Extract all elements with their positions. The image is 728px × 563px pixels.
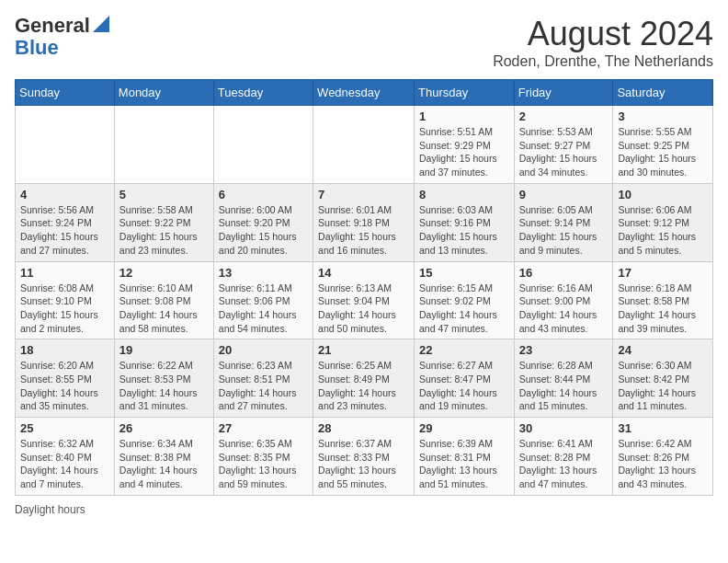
day-info: Sunrise: 6:08 AM Sunset: 9:10 PM Dayligh…	[20, 282, 109, 336]
day-number: 29	[419, 421, 509, 435]
day-info: Sunrise: 5:58 AM Sunset: 9:22 PM Dayligh…	[119, 203, 209, 258]
day-number: 5	[119, 188, 209, 201]
day-info: Sunrise: 6:42 AM Sunset: 8:26 PM Dayligh…	[618, 437, 708, 491]
day-number: 3	[618, 109, 708, 123]
day-info: Sunrise: 6:06 AM Sunset: 9:12 PM Dayligh…	[618, 203, 708, 258]
calendar-cell: 25Sunrise: 6:32 AM Sunset: 8:40 PM Dayli…	[16, 418, 115, 496]
day-number: 25	[20, 421, 109, 435]
day-number: 22	[419, 343, 509, 357]
day-info: Sunrise: 6:13 AM Sunset: 9:04 PM Dayligh…	[318, 282, 409, 336]
day-number: 14	[318, 266, 409, 280]
calendar-cell: 19Sunrise: 6:22 AM Sunset: 8:53 PM Dayli…	[114, 339, 213, 418]
day-info: Sunrise: 5:56 AM Sunset: 9:24 PM Dayligh…	[20, 203, 109, 258]
day-number: 7	[318, 188, 409, 201]
calendar-cell: 18Sunrise: 6:20 AM Sunset: 8:55 PM Dayli…	[16, 339, 115, 418]
day-number: 4	[20, 188, 109, 201]
col-friday: Friday	[514, 80, 613, 106]
calendar-cell: 24Sunrise: 6:30 AM Sunset: 8:42 PM Dayli…	[613, 339, 713, 418]
day-number: 6	[219, 188, 308, 201]
day-number: 13	[219, 266, 308, 280]
calendar-cell: 10Sunrise: 6:06 AM Sunset: 9:12 PM Dayli…	[613, 183, 713, 261]
day-info: Sunrise: 6:16 AM Sunset: 9:00 PM Dayligh…	[519, 282, 609, 336]
calendar-cell: 20Sunrise: 6:23 AM Sunset: 8:51 PM Dayli…	[213, 339, 313, 418]
day-number: 24	[618, 343, 708, 357]
day-number: 9	[519, 188, 609, 201]
col-wednesday: Wednesday	[313, 80, 415, 106]
day-number: 26	[119, 421, 209, 435]
calendar-cell: 26Sunrise: 6:34 AM Sunset: 8:38 PM Dayli…	[114, 418, 213, 496]
calendar-cell	[213, 106, 313, 184]
calendar-cell: 15Sunrise: 6:15 AM Sunset: 9:02 PM Dayli…	[415, 261, 515, 339]
day-number: 23	[519, 343, 609, 357]
calendar-cell: 16Sunrise: 6:16 AM Sunset: 9:00 PM Dayli…	[514, 261, 613, 339]
calendar-cell: 6Sunrise: 6:00 AM Sunset: 9:20 PM Daylig…	[213, 183, 313, 261]
page-header: General Blue August 2024 Roden, Drenthe,…	[15, 15, 713, 70]
daylight-label: Daylight hours	[15, 503, 85, 516]
day-number: 17	[618, 266, 708, 280]
day-number: 27	[219, 421, 308, 435]
logo-triangle-icon	[93, 16, 109, 32]
calendar-week-row: 18Sunrise: 6:20 AM Sunset: 8:55 PM Dayli…	[16, 339, 713, 418]
logo-text-general: General	[15, 15, 90, 37]
day-number: 12	[119, 266, 209, 280]
calendar-cell: 31Sunrise: 6:42 AM Sunset: 8:26 PM Dayli…	[613, 418, 713, 496]
day-number: 20	[219, 343, 308, 357]
day-info: Sunrise: 6:22 AM Sunset: 8:53 PM Dayligh…	[119, 359, 209, 413]
svg-marker-0	[93, 16, 109, 32]
calendar-cell: 23Sunrise: 6:28 AM Sunset: 8:44 PM Dayli…	[514, 339, 613, 418]
calendar-table: Sunday Monday Tuesday Wednesday Thursday…	[15, 79, 713, 496]
day-number: 15	[419, 266, 509, 280]
calendar-cell: 30Sunrise: 6:41 AM Sunset: 8:28 PM Dayli…	[514, 418, 613, 496]
calendar-cell: 21Sunrise: 6:25 AM Sunset: 8:49 PM Dayli…	[313, 339, 415, 418]
calendar-cell: 5Sunrise: 5:58 AM Sunset: 9:22 PM Daylig…	[114, 183, 213, 261]
day-info: Sunrise: 5:55 AM Sunset: 9:25 PM Dayligh…	[618, 125, 708, 179]
day-info: Sunrise: 6:30 AM Sunset: 8:42 PM Dayligh…	[618, 359, 708, 413]
logo: General Blue	[15, 15, 109, 59]
day-number: 18	[20, 343, 109, 357]
day-info: Sunrise: 6:01 AM Sunset: 9:18 PM Dayligh…	[318, 203, 409, 258]
calendar-cell: 17Sunrise: 6:18 AM Sunset: 8:58 PM Dayli…	[613, 261, 713, 339]
day-info: Sunrise: 6:18 AM Sunset: 8:58 PM Dayligh…	[618, 282, 708, 336]
calendar-cell: 9Sunrise: 6:05 AM Sunset: 9:14 PM Daylig…	[514, 183, 613, 261]
calendar-cell	[114, 106, 213, 184]
calendar-week-row: 1Sunrise: 5:51 AM Sunset: 9:29 PM Daylig…	[16, 106, 713, 184]
day-info: Sunrise: 6:00 AM Sunset: 9:20 PM Dayligh…	[219, 203, 308, 258]
day-info: Sunrise: 5:51 AM Sunset: 9:29 PM Dayligh…	[419, 125, 509, 179]
calendar-cell: 28Sunrise: 6:37 AM Sunset: 8:33 PM Dayli…	[313, 418, 415, 496]
calendar-cell: 29Sunrise: 6:39 AM Sunset: 8:31 PM Dayli…	[415, 418, 515, 496]
day-number: 31	[618, 421, 708, 435]
day-number: 11	[20, 266, 109, 280]
day-info: Sunrise: 6:28 AM Sunset: 8:44 PM Dayligh…	[519, 359, 609, 413]
calendar-cell: 8Sunrise: 6:03 AM Sunset: 9:16 PM Daylig…	[415, 183, 515, 261]
calendar-cell: 27Sunrise: 6:35 AM Sunset: 8:35 PM Dayli…	[213, 418, 313, 496]
calendar-body: 1Sunrise: 5:51 AM Sunset: 9:29 PM Daylig…	[16, 106, 713, 496]
calendar-cell: 4Sunrise: 5:56 AM Sunset: 9:24 PM Daylig…	[16, 183, 115, 261]
day-info: Sunrise: 6:23 AM Sunset: 8:51 PM Dayligh…	[219, 359, 308, 413]
title-area: August 2024 Roden, Drenthe, The Netherla…	[493, 15, 713, 70]
day-info: Sunrise: 6:39 AM Sunset: 8:31 PM Dayligh…	[419, 437, 509, 491]
calendar-week-row: 11Sunrise: 6:08 AM Sunset: 9:10 PM Dayli…	[16, 261, 713, 339]
location-subtitle: Roden, Drenthe, The Netherlands	[493, 53, 713, 70]
day-number: 8	[419, 188, 509, 201]
calendar-cell	[313, 106, 415, 184]
day-number: 30	[519, 421, 609, 435]
day-info: Sunrise: 6:32 AM Sunset: 8:40 PM Dayligh…	[20, 437, 109, 491]
footer-note: Daylight hours	[15, 503, 713, 516]
col-monday: Monday	[114, 80, 213, 106]
calendar-cell: 3Sunrise: 5:55 AM Sunset: 9:25 PM Daylig…	[613, 106, 713, 184]
day-number: 10	[618, 188, 708, 201]
col-thursday: Thursday	[415, 80, 515, 106]
day-number: 16	[519, 266, 609, 280]
calendar-cell: 14Sunrise: 6:13 AM Sunset: 9:04 PM Dayli…	[313, 261, 415, 339]
day-info: Sunrise: 6:25 AM Sunset: 8:49 PM Dayligh…	[318, 359, 409, 413]
day-info: Sunrise: 6:11 AM Sunset: 9:06 PM Dayligh…	[219, 282, 308, 336]
col-sunday: Sunday	[16, 80, 115, 106]
calendar-cell: 7Sunrise: 6:01 AM Sunset: 9:18 PM Daylig…	[313, 183, 415, 261]
calendar-week-row: 4Sunrise: 5:56 AM Sunset: 9:24 PM Daylig…	[16, 183, 713, 261]
calendar-cell: 11Sunrise: 6:08 AM Sunset: 9:10 PM Dayli…	[16, 261, 115, 339]
col-saturday: Saturday	[613, 80, 713, 106]
day-info: Sunrise: 6:34 AM Sunset: 8:38 PM Dayligh…	[119, 437, 209, 491]
day-info: Sunrise: 6:03 AM Sunset: 9:16 PM Dayligh…	[419, 203, 509, 258]
day-number: 2	[519, 109, 609, 123]
day-info: Sunrise: 6:15 AM Sunset: 9:02 PM Dayligh…	[419, 282, 509, 336]
